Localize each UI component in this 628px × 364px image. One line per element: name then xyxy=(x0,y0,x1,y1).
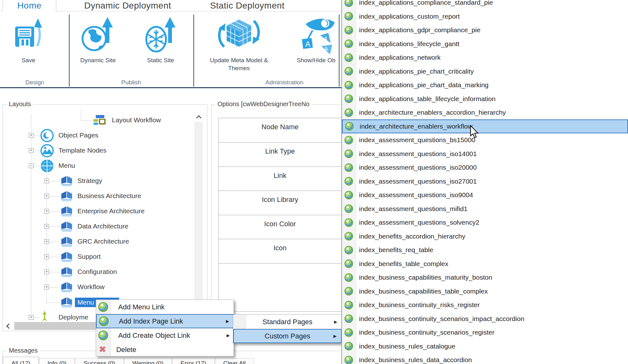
globe-icon xyxy=(344,191,353,199)
list-item[interactable]: index_business_capabilities_maturity_bos… xyxy=(342,270,628,284)
tree-expander-workflow[interactable]: + xyxy=(44,285,49,289)
tree-expander-object-pages[interactable]: + xyxy=(29,133,34,138)
globe-publish-icon xyxy=(74,15,122,56)
scroll-left-button[interactable] xyxy=(3,322,13,330)
tree-item-grc-architecture[interactable]: GRC Architecture xyxy=(77,238,129,245)
tree-expander-business-architecture[interactable]: + xyxy=(44,194,49,198)
tree-item-workflow[interactable]: Workflow xyxy=(77,283,105,291)
menu-item-delete[interactable]: ✖Delete xyxy=(96,343,234,357)
tree-item-template-nodes[interactable]: Template Nodes xyxy=(58,147,107,154)
globe-icon xyxy=(344,232,353,240)
options-field-icon: Icon xyxy=(218,239,342,264)
menu-item-label: Delete xyxy=(116,346,137,354)
tree-expander-enterprise-architecture[interactable]: + xyxy=(44,209,49,214)
list-item[interactable]: index_applications_network xyxy=(342,51,628,64)
list-item[interactable]: index_benefits_req_table xyxy=(342,243,628,257)
list-item-label: index_benefits_table_complex xyxy=(359,260,448,268)
tree-expander-deployme[interactable]: + xyxy=(29,315,34,320)
list-item[interactable]: index_applications_table_lifecycle_infor… xyxy=(342,92,628,106)
tree-icon-holder xyxy=(61,191,72,203)
globe-icon xyxy=(98,331,108,340)
globe-icon xyxy=(344,0,353,7)
list-item[interactable]: index_assessment_questions_iso9004 xyxy=(342,188,628,202)
globe-icon xyxy=(344,287,353,295)
list-item[interactable]: index_architecture_enablers_accordion_hi… xyxy=(342,106,628,119)
tree-item-enterprise-architecture[interactable]: Enterprise Architecture xyxy=(77,207,144,215)
submenu-item-custom-pages[interactable]: Custom Pages▶ xyxy=(233,329,342,343)
list-item[interactable]: index_business_continuity_scenarios_impa… xyxy=(342,312,628,326)
submenu-item-standard-pages[interactable]: Standard Pages▶ xyxy=(233,315,342,329)
list-item[interactable]: index_assessment_questions_iso20000 xyxy=(342,161,628,174)
globe-icon xyxy=(344,26,353,34)
ribbon-button-static-site[interactable]: Static Site xyxy=(138,15,183,64)
list-item[interactable]: index_applications_pie_chart_data_markin… xyxy=(342,78,628,92)
list-item[interactable]: index_applications_pie_chart_criticality xyxy=(342,64,628,78)
list-item[interactable]: index_benefits_accordion_hierarchy xyxy=(342,229,628,243)
ribbon-button-dynamic-site[interactable]: Dynamic Site xyxy=(74,15,122,64)
tab-home[interactable]: Home xyxy=(3,0,56,11)
messages-tab-success-[interactable]: Success (0) xyxy=(75,358,124,364)
options-panel: Options [cwWebDesignerTreeNo Node NameLi… xyxy=(211,104,344,331)
options-field-node-name: Node Name xyxy=(218,118,342,143)
tree-item-business-architecture[interactable]: Business Architecture xyxy=(77,192,141,200)
tree-expander-configuration[interactable]: + xyxy=(44,270,49,274)
list-item[interactable]: index_assessment_questions_solvency2 xyxy=(342,215,628,229)
options-field-link: Link xyxy=(218,167,342,191)
tree-expander-data-architecture[interactable]: + xyxy=(44,224,49,229)
list-item-label: index_applications_lifecycle_gantt xyxy=(359,40,460,48)
globe-icon xyxy=(344,12,353,21)
tree-expander-template-nodes[interactable]: + xyxy=(29,148,34,153)
tree-item-layout-workflow[interactable]: Layout Workflow xyxy=(112,116,161,124)
list-item[interactable]: index_business_capabilities_table_comple… xyxy=(342,284,628,298)
tree-vertical-scrollbar[interactable] xyxy=(194,113,203,322)
list-item[interactable]: index_benefits_table_complex xyxy=(342,257,628,271)
messages-tab-error-[interactable]: Error (17) xyxy=(172,358,215,364)
tab-static-deployment[interactable]: Static Deployment xyxy=(199,0,296,11)
ribbon-button-update-meta-model-themes[interactable]: Update Meta Model & Themes xyxy=(208,15,270,72)
list-item[interactable]: index_applications_compliance_standard_p… xyxy=(342,0,628,9)
tree-item-configuration[interactable]: Configuration xyxy=(77,268,117,276)
list-item[interactable]: index_applications_lifecycle_gantt xyxy=(342,37,628,51)
list-item[interactable]: index_applications_custom_report xyxy=(342,9,628,23)
tree-item-menu[interactable]: Menu xyxy=(58,162,75,169)
tab-dynamic-deployment[interactable]: Dynamic Deployment xyxy=(56,0,199,11)
list-item[interactable]: index_applications_gdpr_compliance_pie xyxy=(342,23,628,37)
tree-expander-strategy[interactable]: + xyxy=(44,179,49,183)
messages-tab-warning-[interactable]: Warning (0) xyxy=(124,358,172,364)
list-item[interactable]: index_business_rules_data_accordion xyxy=(342,353,628,364)
tree-item-data-architecture[interactable]: Data Architecture xyxy=(77,222,128,230)
list-item[interactable]: index_business_continuity_risks_register xyxy=(342,298,628,312)
list-item-selected[interactable]: index_architecture_enablers_workflow xyxy=(342,119,628,133)
menu-item-add-index-page-link[interactable]: Add Index Page Link▶ xyxy=(96,314,234,328)
tree-expander-menu[interactable]: − xyxy=(29,163,34,168)
ribbon-button-save[interactable]: Save xyxy=(9,15,48,64)
messages-tab-clear-all[interactable]: Clear All xyxy=(215,358,254,364)
menu-item-add-menu-link[interactable]: Add Menu Link xyxy=(96,300,234,314)
tree-item-support[interactable]: Support xyxy=(77,253,101,260)
ribbon-button-show-hide-ob[interactable]: AAAShow/Hide Ob xyxy=(288,15,344,64)
list-item-label: index_assessment_questions_iso9004 xyxy=(359,191,473,199)
list-item[interactable]: index_assessment_questions_iso27001 xyxy=(342,174,628,188)
messages-tab-info-[interactable]: Info (0) xyxy=(39,358,75,364)
tree-expander-grc-architecture[interactable]: + xyxy=(44,239,49,244)
list-item[interactable]: index_business_continuity_scenarios_regi… xyxy=(342,325,628,339)
list-item[interactable]: index_assessment_questions_mifid1 xyxy=(342,202,628,216)
list-item[interactable]: index_assessment_questions_iso14001 xyxy=(342,147,628,161)
tree-expander-support[interactable]: + xyxy=(44,254,49,259)
messages-tab-all-[interactable]: All (17) xyxy=(3,357,39,364)
tree-item-strategy[interactable]: Strategy xyxy=(77,177,102,185)
list-item-label: index_assessment_questions_iso27001 xyxy=(359,178,477,185)
tree-item-object-pages[interactable]: Object Pages xyxy=(58,131,98,139)
tree-icon-holder xyxy=(40,159,54,174)
menu-item-add-create-object-link[interactable]: Add Create Object Link▶ xyxy=(96,328,234,343)
globe-icon xyxy=(344,204,353,213)
list-item[interactable]: index_assessment_questions_bs15000 xyxy=(342,133,628,147)
ribbon-group-label-publish: Publish xyxy=(106,78,156,87)
list-item[interactable]: index_business_rules_catalogue xyxy=(342,339,628,353)
tree-item-deployme[interactable]: Deployme xyxy=(58,313,88,321)
scroll-up-button[interactable] xyxy=(194,113,203,122)
context-menu: Add Menu LinkAdd Index Page Link▶Add Cre… xyxy=(96,300,234,356)
list-item-label: index_assessment_questions_iso14001 xyxy=(359,150,477,158)
tree-connector xyxy=(46,302,60,303)
options-empty-cell xyxy=(218,263,342,312)
